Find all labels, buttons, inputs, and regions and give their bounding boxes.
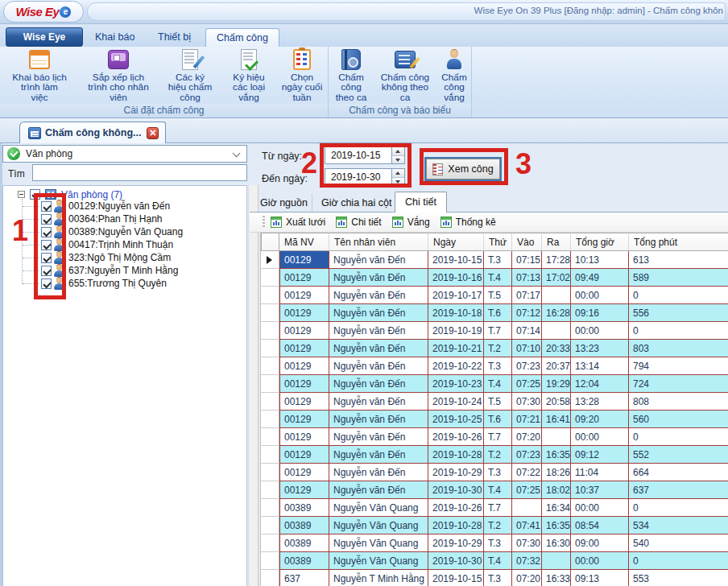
row-selector[interactable] [261,393,279,411]
row-selector[interactable] [261,517,279,534]
table-row[interactable]: 00129 Nguyễn văn Đến 2019-10-19 T.7 07:1… [261,322,728,340]
table-row[interactable]: 00129 Nguyễn văn Đến 2019-10-30 T.4 07:2… [261,481,728,499]
col-thu[interactable]: Thứ [484,233,512,251]
row-selector[interactable] [261,304,279,322]
title-bar: Wise Eye Wise Eye On 39 Plus [Đăng nhập:… [0,0,728,24]
row-selector[interactable] [261,464,279,481]
app-logo[interactable]: Wise Eye [3,1,84,23]
row-selector[interactable] [261,446,279,464]
table-row[interactable]: 00389 Nguyễn Văn Quang 2019-10-30 T.4 07… [261,552,728,570]
book-magnifier-icon [339,47,363,70]
tab-gio-chia-hai-cot[interactable]: Giờ chia hai cột [312,194,400,213]
btn-cham-cong-khong-theo-ca[interactable]: Chấm côngkhông theoca [370,47,440,102]
btn-ky-hieu-vang[interactable]: Ký hiệucác loạivắng [225,47,272,102]
annotation-box-2 [320,143,412,188]
annotation-box-1 [34,193,66,299]
annotation-number-1: 1 [12,214,28,248]
ribbon-tab-row: Wise Eye Khai báo Thiết bị Chấm công [0,24,728,47]
table-row[interactable]: 00129 Nguyễn văn Đến 2019-10-23 T.4 07:2… [261,375,728,393]
export-grid-button[interactable]: Xuất lưới [271,217,325,228]
col-ra[interactable]: Ra [542,233,571,251]
table-row[interactable]: 00129 Nguyễn văn Đến 2019-10-29 T.3 07:2… [261,464,728,481]
row-selector[interactable] [261,269,279,287]
group-caption: Chấm công và báo biểu [329,104,471,118]
table-row[interactable]: 00129 Nguyễn văn Đến 2019-10-28 T.2 07:2… [261,446,728,464]
row-selector[interactable] [261,481,279,499]
absent-grid-icon [392,217,403,228]
detail-button[interactable]: Chi tiết [336,217,381,228]
btn-khai-bao-lich-trinh[interactable]: Khai báo lịchtrình làmviệc [8,47,71,102]
tab-chi-tiet[interactable]: Chi tiết [395,192,447,213]
table-row[interactable]: 00389 Nguyễn Văn Quang 2019-10-26 T.7 16… [261,499,728,517]
row-selector-header [261,233,279,251]
table-row[interactable]: 00129 Nguyễn văn Đến 2019-10-16 T.4 07:1… [261,269,728,287]
annotation-number-3: 3 [515,147,532,181]
document-tab-cham-cong-khong[interactable]: Chấm công không... ✕ [19,122,166,143]
col-ma-nv[interactable]: Mã NV [279,233,329,251]
department-dropdown[interactable]: Văn phòng [2,145,247,163]
table-row[interactable]: 00129 Nguyễn văn Đến 2019-10-17 T.5 07:1… [261,287,728,304]
table-row[interactable]: 00129 Nguyễn văn Đến 2019-10-25 T.6 07:2… [261,411,728,428]
tab-gio-nguon[interactable]: Giờ nguồn [251,194,316,213]
btn-cham-cong-theo-ca[interactable]: Chấmcôngtheo ca [333,47,370,102]
table-row[interactable]: 00129 Nguyễn văn Đến 2019-10-18 T.6 07:1… [261,304,728,322]
table-row[interactable]: 00129 Nguyễn văn Đến 2019-10-15 T.3 07:1… [261,251,728,269]
row-selector[interactable] [261,340,279,357]
chevron-down-icon [233,150,241,158]
row-selector[interactable] [261,552,279,570]
stats-grid-icon [441,217,452,228]
right-panel: Từ ngày: Đến ngày: 2019-10-15 2019-10-30… [250,143,728,586]
app-window: Wise Eye Wise Eye On 39 Plus [Đăng nhập:… [0,0,728,586]
close-tab-icon[interactable]: ✕ [147,127,159,139]
attendance-grid: Mã NV Tên nhân viên Ngày Thứ Vào Ra Tổng… [260,233,728,586]
paper-check-icon [237,47,261,70]
col-vao[interactable]: Vào [512,233,542,251]
document-tab-bar: Chấm công không... ✕ [0,118,728,143]
person-doc-icon [442,47,466,70]
annotation-box-3 [420,148,508,185]
table-row[interactable]: 637 Nguyễn T Minh Hằng 2019-10-15 T.3 07… [261,570,728,586]
table-row[interactable]: 00129 Nguyễn văn Đến 2019-10-24 T.5 07:3… [261,393,728,411]
tab-khai-bao[interactable]: Khai báo [95,31,134,43]
table-row[interactable]: 00129 Nguyễn văn Đến 2019-10-22 T.3 07:2… [261,357,728,375]
btn-sap-xep-lich-trinh[interactable]: Sắp xếp lịchtrình cho nhânviên [83,47,154,102]
search-input[interactable] [32,164,247,181]
tab-thiet-bi[interactable]: Thiết bị [158,31,191,43]
toolbar-grip[interactable] [263,216,265,229]
table-row[interactable]: 00389 Nguyễn Văn Quang 2019-10-28 T.2 07… [261,517,728,534]
table-row[interactable]: 00389 Nguyễn Văn Quang 2019-10-29 T.3 07… [261,534,728,552]
row-selector[interactable] [261,287,279,304]
tab-wise-eye[interactable]: Wise Eye [6,27,83,47]
row-selector[interactable] [261,428,279,446]
col-ten-nhan-vien[interactable]: Tên nhân viên [329,233,428,251]
col-ngay[interactable]: Ngày [428,233,484,251]
row-selector[interactable] [261,357,279,375]
row-selector[interactable] [261,411,279,428]
table-row[interactable]: 00129 Nguyễn văn Đến 2019-10-21 T.2 07:1… [261,340,728,357]
ribbon: Khai báo lịchtrình làmviệc Sắp xếp lịcht… [0,47,728,118]
form-icon [28,127,41,139]
col-tong-phut[interactable]: Tổng phút [629,233,728,251]
row-selector[interactable] [261,499,279,517]
row-selector[interactable] [261,322,279,340]
col-tong-gio[interactable]: Tổng giờ [571,233,629,251]
row-selector[interactable] [261,534,279,552]
row-selector[interactable] [261,570,279,586]
tab-cham-cong[interactable]: Chấm công [205,28,279,47]
table-row[interactable]: 00129 Nguyễn văn Đến 2019-10-26 T.7 07:2… [261,428,728,446]
calendar-icon [27,47,52,70]
absent-button[interactable]: Vắng [392,217,430,228]
detail-grid-icon [336,217,347,228]
collapse-icon[interactable] [18,191,25,198]
ribbon-group-cham-cong: Chấmcôngtheo ca Chấm côngkhông theoca Ch… [329,47,472,118]
stats-button[interactable]: Thống kê [441,217,496,228]
view-tab-strip: Giờ nguồn Giờ chia hai cột Chi tiết [250,192,728,213]
btn-chon-ngay-cuoi-tuan[interactable]: Chọnngày cuốituần [278,47,326,102]
window-title: Wise Eye On 39 Plus [Đăng nhập: admin] -… [474,6,723,15]
clipboard-icon [290,47,314,70]
btn-cac-ky-hieu[interactable]: Các kýhiệu chấmcông [164,47,216,102]
row-selector[interactable] [261,375,279,393]
grid-toolbar: Xuất lưới Chi tiết Vắng Thống kê [250,213,728,233]
btn-cham-cong-vang[interactable]: Chấmcôngvắng [438,47,470,102]
row-selector[interactable] [261,251,279,269]
